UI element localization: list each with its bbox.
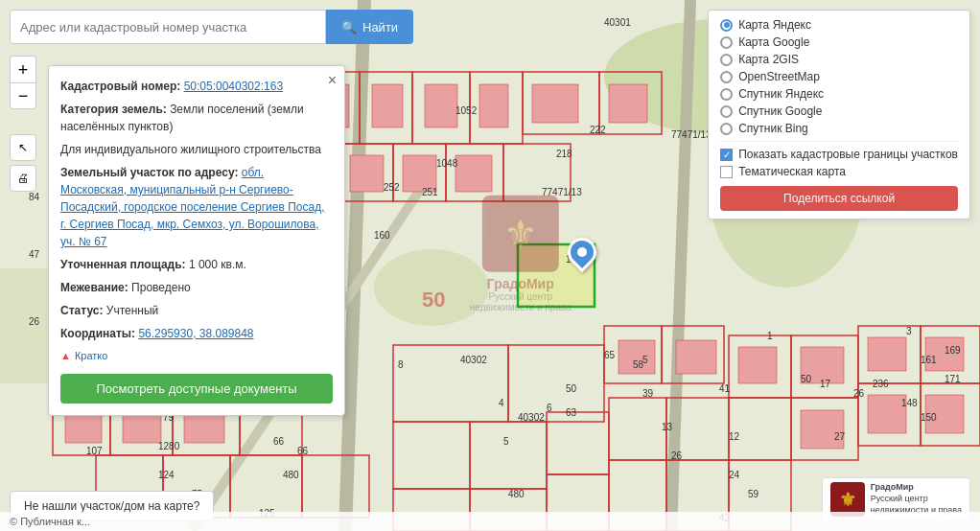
- show-boundaries-checkbox[interactable]: ✓: [720, 149, 733, 161]
- map-number: 24: [729, 470, 739, 480]
- map-number: 17: [820, 379, 830, 389]
- svg-rect-79: [868, 395, 906, 433]
- area-label: Уточненная площадь:: [60, 258, 186, 271]
- map-number: 5: [503, 436, 509, 447]
- search-button[interactable]: 🔍 Найти: [326, 10, 413, 44]
- map-number: 171: [945, 374, 961, 384]
- map-number: 77471/13: [542, 187, 582, 197]
- map-type-divider: [720, 141, 958, 142]
- print-button[interactable]: 🖨: [10, 165, 36, 192]
- radio-circle: [720, 36, 733, 49]
- pin-body: [562, 232, 602, 272]
- map-number: 1052: [455, 105, 477, 116]
- map-number: 4: [499, 398, 504, 408]
- map-number: 236: [873, 379, 889, 389]
- map-number: 27: [834, 431, 845, 442]
- map-number: 65: [604, 350, 615, 360]
- map-number: 84: [29, 192, 39, 202]
- status-value: Учтенный: [106, 304, 159, 317]
- map-number: 107: [86, 446, 103, 456]
- thematic-checkbox[interactable]: [720, 166, 733, 178]
- address-row: Земельный участок по адресу: обл. Москов…: [60, 164, 333, 250]
- map-type-options: Карта ЯндексКарта GoogleКарта 2GISOpenSt…: [720, 18, 958, 135]
- survey-row: Межевание: Проведено: [60, 279, 333, 296]
- kratko-link[interactable]: ▲ Кратко: [60, 348, 333, 364]
- radio-circle: [720, 105, 733, 118]
- kratko-row: ▲ Кратко: [60, 348, 333, 364]
- category-label: Категория земель:: [60, 103, 167, 116]
- map-number: 26: [29, 316, 39, 327]
- map-type-option[interactable]: OpenStreetMap: [720, 70, 958, 83]
- map-number: 150: [921, 412, 937, 423]
- cadastral-link[interactable]: 50:05:0040302:163: [184, 80, 283, 93]
- doc-button[interactable]: Посмотреть доступные документы: [60, 374, 333, 404]
- map-number: 41: [719, 383, 730, 394]
- map-number: 26: [853, 388, 864, 399]
- watermark-title: ГрадоМир: [470, 276, 572, 291]
- map-type-panel: Карта ЯндексКарта GoogleКарта 2GISOpenSt…: [708, 10, 970, 219]
- show-boundaries-label: Показать кадастровые границы участков: [738, 148, 958, 161]
- map-type-label: Спутник Bing: [738, 122, 808, 135]
- search-bar: 🔍 Найти: [10, 10, 413, 44]
- area-row: Уточненная площадь: 1 000 кв.м.: [60, 256, 333, 273]
- search-input[interactable]: [10, 10, 326, 44]
- arrow-button[interactable]: ↖: [10, 134, 36, 161]
- map-number: 40302: [460, 355, 487, 365]
- info-panel: × Кадастровый номер: 50:05:0040302:163 К…: [48, 65, 345, 416]
- map-type-option[interactable]: Карта 2GIS: [720, 53, 958, 66]
- map-type-option[interactable]: Спутник Bing: [720, 122, 958, 135]
- triangle-icon: ▲: [60, 348, 71, 364]
- status-row: Статус: Учтенный: [60, 302, 333, 319]
- map-number: 26: [671, 450, 682, 461]
- watermark-subtitle: Русский центрнедвижимости и права: [470, 291, 572, 312]
- map-number: 8: [398, 359, 404, 370]
- svg-rect-64: [455, 155, 492, 192]
- map-number: 40302: [518, 412, 545, 423]
- map-number: 161: [921, 355, 937, 365]
- map-type-label: OpenStreetMap: [738, 70, 820, 83]
- survey-value: Проведено: [131, 281, 191, 294]
- status-label: Статус:: [60, 304, 103, 317]
- map-number: 47: [29, 249, 39, 260]
- map-number: 12: [729, 431, 739, 442]
- radio-circle: [720, 54, 733, 66]
- map-container: Климентьевская ул. 50 179315/2 ⚜ ГрадоМи…: [0, 0, 980, 531]
- svg-rect-62: [350, 155, 384, 192]
- map-number: 3: [906, 326, 912, 336]
- svg-rect-56: [372, 84, 403, 127]
- coords-value[interactable]: 56.295930, 38.089848: [138, 327, 253, 340]
- map-type-option[interactable]: Спутник Яндекс: [720, 87, 958, 101]
- coords-label: Координаты:: [60, 327, 135, 340]
- map-number: 124: [158, 470, 175, 480]
- map-number: 50: [801, 374, 811, 384]
- public-bar: © Публичная к...: [0, 512, 980, 531]
- share-button[interactable]: Поделиться ссылкой: [720, 186, 958, 211]
- map-number: 66: [273, 436, 284, 447]
- close-button[interactable]: ×: [328, 72, 337, 89]
- map-type-option[interactable]: Карта Google: [720, 35, 958, 49]
- map-number: 1280: [158, 441, 179, 451]
- map-type-label: Спутник Google: [738, 104, 822, 118]
- watermark: ⚜ ГрадоМир Русский центрнедвижимости и п…: [470, 196, 572, 312]
- show-boundaries-option[interactable]: ✓ Показать кадастровые границы участков: [720, 148, 958, 161]
- map-number: 63: [566, 407, 576, 418]
- map-number: 480: [283, 470, 299, 480]
- map-type-option[interactable]: Спутник Google: [720, 104, 958, 118]
- map-type-label: Карта 2GIS: [738, 53, 799, 66]
- zoom-controls: + −: [10, 56, 36, 109]
- zoom-in-button[interactable]: +: [10, 56, 36, 82]
- public-bar-text: © Публичная к...: [10, 516, 90, 527]
- map-number: 160: [374, 230, 390, 241]
- thematic-option[interactable]: Тематическая карта: [720, 165, 958, 178]
- map-number: 66: [297, 446, 308, 456]
- map-number: 39: [642, 388, 653, 399]
- map-number: 148: [901, 398, 918, 408]
- map-type-option[interactable]: Карта Яндекс: [720, 18, 958, 32]
- zoom-out-button[interactable]: −: [10, 82, 36, 109]
- location-pin[interactable]: [568, 238, 596, 271]
- map-number: 1: [767, 331, 773, 341]
- map-number: 169: [945, 345, 961, 356]
- not-found-text: Не нашли участок/дом на карте?: [24, 499, 199, 513]
- svg-rect-73: [676, 340, 716, 374]
- map-number: 6: [547, 403, 552, 413]
